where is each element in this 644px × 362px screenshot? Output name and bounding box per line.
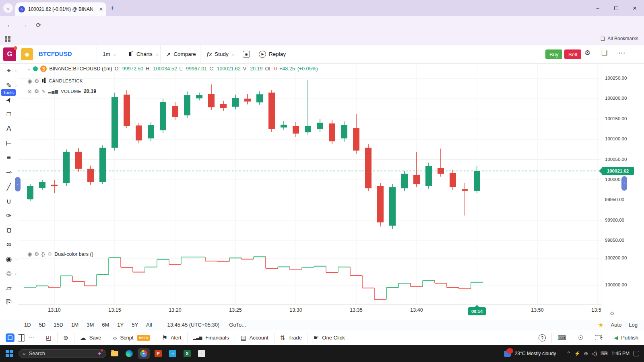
globe-icon[interactable]: ⊕ bbox=[63, 334, 68, 341]
crosshair-tool[interactable]: ⌖ › bbox=[0, 64, 18, 78]
browser-tab[interactable]: ∿ 100021.62 (-0.01%) @ BINANCE ✕ bbox=[15, 2, 106, 16]
range-button[interactable]: 5Y bbox=[128, 322, 142, 328]
apps-grid-icon[interactable] bbox=[5, 36, 11, 43]
horizontal-ray-tool[interactable]: ⊸ bbox=[0, 165, 18, 179]
measure-tool[interactable]: ⊢ bbox=[0, 136, 18, 150]
taskbar-file-explorer[interactable] bbox=[109, 348, 121, 359]
alert-button[interactable]: ⚑ Alert bbox=[156, 333, 187, 343]
taskbar-excel[interactable]: X bbox=[181, 348, 193, 359]
symbol-name[interactable]: BTCFDUSD bbox=[39, 50, 72, 57]
range-button[interactable]: 1M bbox=[67, 322, 83, 328]
help-icon[interactable]: ? bbox=[539, 334, 546, 341]
window-maximize-button[interactable] bbox=[607, 0, 625, 16]
range-button[interactable]: 3M bbox=[83, 322, 98, 328]
buy-button[interactable]: Buy bbox=[545, 49, 562, 59]
trash-icon[interactable]: ♲ bbox=[47, 251, 52, 257]
tray-icon[interactable]: ⚡ bbox=[574, 351, 580, 356]
tray-icon[interactable]: ⌃ bbox=[567, 351, 571, 356]
goto-button[interactable]: GoTo... bbox=[229, 322, 246, 328]
video-icon[interactable] bbox=[595, 335, 602, 340]
chat-notification-icon[interactable] bbox=[504, 351, 511, 357]
sell-button[interactable]: Sell bbox=[564, 49, 581, 59]
chevron-down-icon[interactable]: ⌄ bbox=[27, 67, 31, 71]
account-button[interactable]: ▤ Account bbox=[235, 333, 275, 343]
tab-close-icon[interactable]: ✕ bbox=[99, 6, 103, 12]
tray-icon[interactable]: ◁) bbox=[592, 351, 597, 356]
binance-logo-icon[interactable]: ◆ bbox=[21, 48, 33, 60]
layout-more-icon[interactable]: ⋯ bbox=[28, 334, 34, 341]
taskbar-notepad[interactable]: ≡ bbox=[196, 348, 208, 359]
legend-symbol-link[interactable]: BINANCE:BTCFDUSD (1m) bbox=[49, 66, 112, 72]
layouts-icon[interactable]: ❏ bbox=[601, 49, 607, 57]
keyboard-icon[interactable]: ⌨ bbox=[557, 334, 566, 341]
tray-icon[interactable]: ⊕ bbox=[584, 351, 588, 356]
auto-scale-button[interactable]: Auto bbox=[611, 322, 622, 328]
forward-button[interactable]: → bbox=[19, 19, 30, 31]
eye-icon[interactable]: ◉ bbox=[27, 78, 32, 84]
eye-icon[interactable]: ◉ bbox=[27, 251, 32, 257]
start-button[interactable] bbox=[6, 350, 13, 357]
gocharting-logo[interactable]: G bbox=[3, 47, 16, 61]
ruler-tool[interactable]: ▱ bbox=[0, 281, 18, 295]
chart-canvas[interactable]: 13:1013:1513:2013:2513:3013:3513:4013:50… bbox=[18, 64, 601, 320]
text-tool[interactable]: A bbox=[0, 121, 18, 136]
system-tray[interactable]: ⌃⚡⊕◁)⌨ bbox=[567, 351, 608, 356]
settings-gear-icon[interactable]: ⚙ bbox=[584, 49, 590, 57]
theme-sun-icon[interactable]: ☼ bbox=[609, 309, 615, 317]
reload-button[interactable]: ⟳ bbox=[33, 19, 44, 31]
taskbar-chrome[interactable] bbox=[138, 348, 150, 359]
compare-button[interactable]: ↗ Compare bbox=[160, 45, 202, 63]
gear-icon[interactable]: ⚙ bbox=[34, 88, 39, 94]
visibility-tool[interactable]: ◉ › bbox=[0, 252, 18, 266]
code-braces-icon[interactable]: {} bbox=[41, 251, 45, 257]
window-close-button[interactable]: ✕ bbox=[625, 0, 644, 16]
taskbar-clock[interactable]: 1:45 PM bbox=[611, 351, 630, 356]
financials-button[interactable]: ▂▄▆ Financials bbox=[188, 333, 235, 343]
export-tool[interactable]: ⎘ bbox=[0, 295, 18, 310]
link-tool[interactable]: ∞ bbox=[0, 237, 18, 252]
study-menu[interactable]: ƒx Study⌄ bbox=[200, 45, 240, 63]
delete-tool[interactable]: ♲ › bbox=[0, 266, 18, 281]
magnet-tool[interactable]: ∪ bbox=[0, 194, 18, 208]
script-button[interactable]: ‹› Script BETA bbox=[107, 333, 156, 343]
back-button[interactable]: ← bbox=[4, 19, 15, 31]
gear-icon[interactable]: ⚙ bbox=[34, 251, 39, 257]
chart-plot[interactable]: 13:1013:1513:2013:2513:3013:3513:4013:50… bbox=[18, 64, 601, 320]
new-tab-button[interactable]: + bbox=[110, 4, 114, 12]
idea-bulb-icon[interactable]: ☉ bbox=[578, 334, 583, 341]
left-panel-collapse-handle[interactable]: ‹ bbox=[15, 177, 21, 191]
copilot-icon[interactable]: ✦ bbox=[97, 350, 102, 357]
publish-button[interactable]: ◀ Publish bbox=[608, 333, 644, 343]
layout-split-icon[interactable] bbox=[18, 334, 25, 341]
right-panel-collapse-handle[interactable]: ‹ bbox=[621, 176, 627, 191]
star-icon[interactable]: ★ bbox=[598, 321, 603, 329]
one-click-button[interactable]: ☛ One Click bbox=[308, 333, 351, 343]
range-button[interactable]: 1D bbox=[20, 322, 35, 328]
layout-single-icon[interactable] bbox=[6, 333, 14, 342]
range-button[interactable]: 6M bbox=[98, 322, 113, 328]
tray-icon[interactable]: ⌨ bbox=[601, 351, 607, 356]
lock-tool[interactable]: Ω bbox=[0, 223, 18, 237]
eye-off-icon[interactable]: ⊘ bbox=[27, 88, 32, 94]
notification-center-icon[interactable] bbox=[634, 351, 639, 356]
price-axis[interactable]: 100021.62 ☼ 100250.00100200.00100150.001… bbox=[601, 64, 644, 320]
lock-drawing-tool[interactable]: ✑ bbox=[0, 208, 18, 223]
taskbar-edge[interactable] bbox=[123, 348, 135, 359]
trade-button[interactable]: ⇅ Trade bbox=[275, 333, 308, 343]
taskbar-powerpoint[interactable]: P bbox=[152, 348, 164, 359]
range-button[interactable]: All bbox=[142, 322, 156, 328]
replay-button[interactable]: ▶ Replay bbox=[253, 45, 291, 63]
all-bookmarks-button[interactable]: ❑ All Bookmarks bbox=[601, 36, 638, 41]
range-button[interactable]: 15D bbox=[50, 322, 67, 328]
window-minimize-button[interactable]: – bbox=[588, 0, 607, 16]
taskbar-vscode[interactable]: ‹› bbox=[167, 348, 179, 359]
log-scale-button[interactable]: Log bbox=[629, 322, 638, 328]
timeframe-dropdown[interactable]: 1m⌄ bbox=[97, 45, 122, 63]
weather-widget[interactable]: 23°C Mostly cloudy bbox=[515, 351, 556, 356]
range-button[interactable]: 5D bbox=[35, 322, 50, 328]
charts-menu[interactable]: Charts⌄ bbox=[123, 45, 164, 63]
parallel-lines-tool[interactable]: ≡ bbox=[0, 150, 18, 165]
range-button[interactable]: 1Y bbox=[113, 322, 128, 328]
rectangle-tool[interactable]: □ bbox=[0, 107, 18, 121]
save-button[interactable]: ☁ Save bbox=[74, 333, 107, 343]
